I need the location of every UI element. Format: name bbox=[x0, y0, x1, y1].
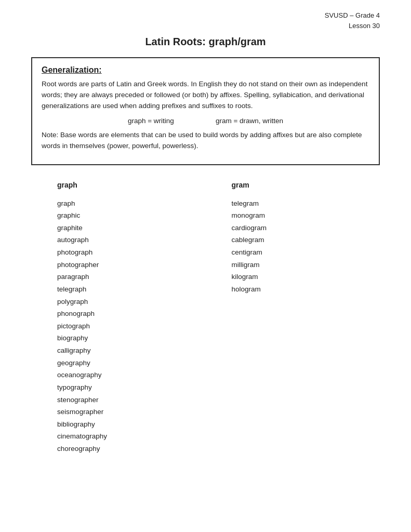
list-item: paragraph bbox=[57, 271, 206, 283]
list-item: milligram bbox=[232, 259, 380, 271]
equation-row: graph = writing gram = drawn, written bbox=[42, 117, 369, 125]
list-item: typography bbox=[57, 381, 206, 394]
gram-word-list: telegrammonogramcardiogramcablegramcenti… bbox=[232, 197, 380, 296]
header-line1: SVUSD – Grade 4 bbox=[325, 11, 380, 19]
list-item: kilogram bbox=[232, 271, 380, 283]
graph-column-header: graph bbox=[57, 181, 206, 189]
list-item: biography bbox=[57, 332, 206, 344]
list-item: bibliography bbox=[57, 418, 206, 431]
list-item: phonograph bbox=[57, 308, 206, 320]
list-item: telegraph bbox=[57, 283, 206, 296]
note-text: Note: Base words are elements that can b… bbox=[42, 130, 369, 152]
list-item: cablegram bbox=[232, 234, 380, 246]
header-line2: Lesson 30 bbox=[349, 22, 380, 30]
generalization-body: Root words are parts of Latin and Greek … bbox=[42, 79, 369, 112]
list-item: cardiogram bbox=[232, 222, 380, 234]
generalization-box: Generalization: Root words are parts of … bbox=[31, 57, 380, 165]
page-title: Latin Roots: graph/gram bbox=[31, 36, 380, 48]
list-item: autograph bbox=[57, 234, 206, 246]
list-item: cinematography bbox=[57, 430, 206, 443]
list-item: photographer bbox=[57, 259, 206, 271]
list-item: monogram bbox=[232, 209, 380, 222]
list-item: stenographer bbox=[57, 394, 206, 406]
graph-word-list: graphgraphicgraphiteautographphotographp… bbox=[57, 197, 206, 455]
generalization-heading: Generalization: bbox=[42, 65, 369, 75]
list-item: graph bbox=[57, 197, 206, 210]
list-item: graphite bbox=[57, 222, 206, 234]
list-item: calligraphy bbox=[57, 344, 206, 357]
gram-column: gram telegrammonogramcardiogramcablegram… bbox=[206, 181, 380, 455]
gram-column-header: gram bbox=[232, 181, 380, 189]
list-item: centigram bbox=[232, 246, 380, 259]
list-item: geography bbox=[57, 357, 206, 369]
word-columns: graph graphgraphicgraphiteautographphoto… bbox=[31, 181, 380, 455]
list-item: pictograph bbox=[57, 320, 206, 332]
list-item: seismographer bbox=[57, 406, 206, 418]
list-item: telegram bbox=[232, 197, 380, 210]
list-item: polygraph bbox=[57, 296, 206, 308]
equation-left: graph = writing bbox=[128, 117, 174, 125]
list-item: oceanography bbox=[57, 369, 206, 381]
list-item: graphic bbox=[57, 209, 206, 222]
header-info: SVUSD – Grade 4 Lesson 30 bbox=[31, 10, 380, 31]
graph-column: graph graphgraphicgraphiteautographphoto… bbox=[31, 181, 206, 455]
list-item: hologram bbox=[232, 283, 380, 296]
list-item: choreography bbox=[57, 443, 206, 455]
equation-right: gram = drawn, written bbox=[216, 117, 283, 125]
list-item: photograph bbox=[57, 246, 206, 259]
